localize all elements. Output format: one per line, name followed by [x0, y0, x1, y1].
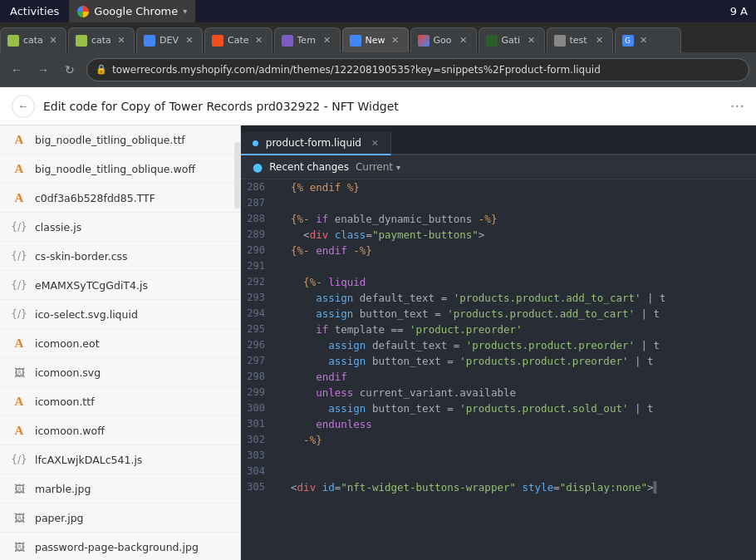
sidebar-item[interactable]: 🖼password-page-background.jpg: [0, 533, 240, 560]
sidebar-item-label: ico-select.svg.liquid: [35, 308, 138, 321]
line-number: 287: [241, 195, 278, 211]
line-content[interactable]: assign default_text = 'products.product.…: [278, 337, 756, 353]
tab-close-cata2[interactable]: ✕: [115, 35, 127, 47]
line-content[interactable]: <div class="payment-buttons">: [278, 227, 756, 243]
sidebar-item[interactable]: Abig_noodle_titling_oblique.woff: [0, 155, 240, 184]
favicon-new: [350, 35, 361, 47]
tab-close-gati[interactable]: ✕: [526, 35, 538, 47]
browser-tab-dev[interactable]: DEV✕: [136, 27, 203, 52]
line-content[interactable]: assign button_text = 'products.product.p…: [278, 353, 756, 369]
sidebar-item[interactable]: {/}classie.js: [0, 213, 240, 242]
code-line: 288 {%- if enable_dynamic_buttons -%}: [241, 211, 756, 227]
tab-label-cata2: cata: [91, 35, 111, 46]
sidebar-item-label: icomoon.eot: [35, 337, 100, 350]
browser-tab-cata2[interactable]: cata✕: [68, 27, 135, 52]
editor-tab-product-form[interactable]: product-form.liquid ✕: [241, 132, 391, 155]
browser-tab-gati[interactable]: Gati✕: [479, 27, 545, 52]
chrome-area: Google Chrome ▾: [69, 0, 195, 22]
favicon-test: [554, 35, 566, 47]
line-content[interactable]: {%- if enable_dynamic_buttons -%}: [278, 211, 756, 227]
line-number: 286: [241, 179, 278, 195]
back-button[interactable]: ←: [7, 60, 27, 80]
line-content[interactable]: assign button_text = 'products.product.a…: [278, 306, 756, 322]
image-icon: 🖼: [10, 538, 28, 556]
tab-close-new[interactable]: ✕: [390, 35, 401, 47]
sidebar-item[interactable]: Aicomoon.woff: [0, 416, 240, 445]
line-number: 295: [241, 322, 278, 337]
sidebar-item[interactable]: {/}lfcAXLwjkDALc541.js: [0, 445, 240, 474]
sidebar-item[interactable]: {/}eMAMXSyTCgGdiT4.js: [0, 271, 240, 300]
tab-close-dev[interactable]: ✕: [184, 35, 195, 47]
sidebar-item[interactable]: 🖼icomoon.svg: [0, 358, 240, 387]
reload-button[interactable]: ↻: [60, 60, 80, 80]
tab-close-cate[interactable]: ✕: [253, 35, 265, 47]
editor-area: product-form.liquid ✕ ● Recent changes C…: [241, 125, 756, 560]
activities-label[interactable]: Activities: [0, 0, 69, 22]
line-content[interactable]: assign default_text = 'products.product.…: [278, 290, 756, 306]
code-line: 305 <div id="nft-widget-buttons-wrapper"…: [241, 479, 756, 495]
browser-tab-cata1[interactable]: cata✕: [0, 27, 66, 52]
tab-label-dev: DEV: [160, 35, 179, 46]
line-number: 298: [241, 369, 278, 385]
code-line: 294 assign button_text = 'products.produ…: [241, 306, 756, 322]
chrome-icon: [77, 6, 89, 17]
line-number: 289: [241, 227, 278, 243]
main-layout: Abig_noodle_titling_oblique.ttfAbig_nood…: [0, 125, 756, 560]
tab-label-tem: Tem: [297, 35, 317, 46]
browser-tab-tem[interactable]: Tem✕: [274, 27, 341, 52]
browser-tab-test[interactable]: test✕: [547, 27, 613, 52]
close-tab-icon[interactable]: ✕: [371, 138, 379, 149]
sidebar-item[interactable]: Ac0df3a6b528fdd85.TTF: [0, 184, 240, 213]
tab-close-cata1[interactable]: ✕: [47, 35, 59, 47]
line-content[interactable]: <div id="nft-widget-buttons-wrapper" sty…: [278, 479, 756, 495]
address-bar: ← → ↻ 🔒 towerrecords.myshopify.com/admin…: [0, 52, 756, 87]
browser-tab-g2[interactable]: G✕: [615, 27, 681, 52]
font-icon: A: [10, 130, 28, 149]
browser-tab-cate[interactable]: Cate✕: [204, 27, 272, 52]
back-arrow-icon: ←: [17, 100, 28, 112]
code-editor[interactable]: 286 {% endif %}287288 {%- if enable_dyna…: [241, 179, 756, 560]
sidebar-item[interactable]: Aicomoon.ttf: [0, 387, 240, 416]
browser-tab-new[interactable]: New✕: [342, 27, 409, 52]
clock: 9 A: [730, 5, 756, 17]
tab-close-g2[interactable]: ✕: [638, 35, 650, 47]
code-icon: {/}: [10, 276, 28, 294]
tab-close-goo[interactable]: ✕: [458, 35, 469, 47]
tab-close-tem[interactable]: ✕: [322, 35, 333, 47]
forward-button[interactable]: →: [33, 60, 53, 80]
breadcrumb-back-button[interactable]: ←: [12, 95, 35, 118]
line-number: 294: [241, 306, 278, 322]
line-content[interactable]: -%}: [278, 432, 756, 448]
tab-close-test[interactable]: ✕: [594, 35, 606, 47]
code-icon: {/}: [10, 247, 28, 265]
tab-label-cate: Cate: [228, 35, 249, 46]
sidebar-item[interactable]: 🖼paper.jpg: [0, 504, 240, 533]
image-icon: 🖼: [10, 363, 28, 381]
line-content[interactable]: unless current_variant.available: [278, 385, 756, 400]
sidebar-item[interactable]: Abig_noodle_titling_oblique.ttf: [0, 125, 240, 155]
line-content[interactable]: endunless: [278, 416, 756, 432]
line-number: 303: [241, 448, 278, 464]
browser-tabs: cata✕cata✕DEV✕Cate✕Tem✕New✕Goo✕Gati✕test…: [0, 22, 756, 52]
sidebar-item-label: lfcAXLwjkDALc541.js: [35, 454, 142, 466]
favicon-cata2: [76, 35, 87, 47]
line-content[interactable]: if template == 'product.preorder': [278, 322, 756, 337]
current-selector[interactable]: Current ▾: [356, 161, 400, 173]
more-options-button[interactable]: ···: [730, 97, 744, 115]
code-line: 292 {%- liquid: [241, 274, 756, 290]
line-content[interactable]: {%- liquid: [278, 274, 756, 290]
sidebar-item[interactable]: Aicomoon.eot: [0, 329, 240, 358]
sidebar-item-label: icomoon.woff: [35, 425, 105, 437]
line-content[interactable]: {%- endif -%}: [278, 243, 756, 258]
line-content[interactable]: endif: [278, 369, 756, 385]
line-content[interactable]: assign button_text = 'products.product.s…: [278, 400, 756, 416]
browser-tab-goo[interactable]: Goo✕: [410, 27, 477, 52]
url-bar[interactable]: 🔒 towerrecords.myshopify.com/admin/theme…: [86, 58, 749, 81]
sidebar-item-label: classie.js: [35, 221, 81, 233]
sidebar: Abig_noodle_titling_oblique.ttfAbig_nood…: [0, 125, 241, 560]
line-content[interactable]: {% endif %}: [278, 179, 756, 195]
sidebar-item[interactable]: {/}ico-select.svg.liquid: [0, 300, 240, 329]
sidebar-item[interactable]: {/}cs-skin-border.css: [0, 242, 240, 271]
code-icon: {/}: [10, 450, 28, 469]
sidebar-item[interactable]: 🖼marble.jpg: [0, 474, 240, 504]
